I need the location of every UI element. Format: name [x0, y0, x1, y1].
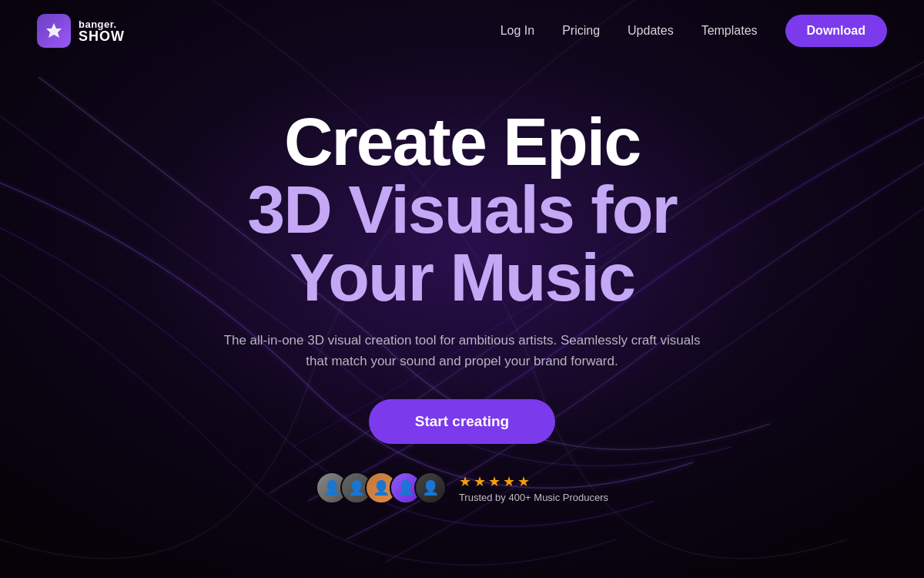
star-5: ★ — [517, 473, 530, 490]
star-4: ★ — [503, 473, 515, 490]
hero-title-line2: 3D Visuals for — [247, 176, 676, 244]
logo-brand-show: SHOW — [79, 29, 125, 43]
logo-icon — [37, 14, 71, 48]
star-rating: ★ ★ ★ ★ ★ — [459, 473, 530, 490]
hero-title-line1: Create Epic — [247, 108, 676, 176]
avatar: 👤 — [414, 472, 447, 504]
hero-section: Create Epic 3D Visuals for Your Music Th… — [0, 62, 924, 504]
hero-cta-button[interactable]: Start creating — [369, 399, 555, 444]
social-info: ★ ★ ★ ★ ★ Trusted by 400+ Music Producer… — [459, 473, 608, 503]
hero-title: Create Epic 3D Visuals for Your Music — [247, 108, 676, 311]
nav-links: Log In Pricing Updates Templates Downloa… — [500, 15, 887, 47]
navbar: banger. SHOW Log In Pricing Updates Temp… — [0, 0, 924, 62]
trust-text: Trusted by 400+ Music Producers — [459, 492, 608, 503]
avatar-stack: 👤 👤 👤 👤 👤 — [316, 472, 447, 504]
hero-title-line3: Your Music — [247, 244, 676, 311]
logo-text: banger. SHOW — [79, 19, 125, 43]
svg-marker-2 — [46, 23, 62, 38]
nav-pricing[interactable]: Pricing — [562, 24, 600, 38]
logo-brand-name: banger. — [79, 19, 125, 29]
nav-templates[interactable]: Templates — [701, 24, 758, 38]
nav-updates[interactable]: Updates — [628, 24, 674, 38]
nav-download-button[interactable]: Download — [785, 15, 887, 47]
logo[interactable]: banger. SHOW — [37, 14, 125, 48]
social-proof: 👤 👤 👤 👤 👤 ★ ★ ★ ★ ★ Trusted by — [316, 472, 608, 504]
hero-subtitle: The all-in-one 3D visual creation tool f… — [223, 330, 701, 371]
star-2: ★ — [474, 473, 486, 490]
star-1: ★ — [459, 473, 471, 490]
star-3: ★ — [488, 473, 500, 490]
nav-login[interactable]: Log In — [500, 24, 534, 38]
